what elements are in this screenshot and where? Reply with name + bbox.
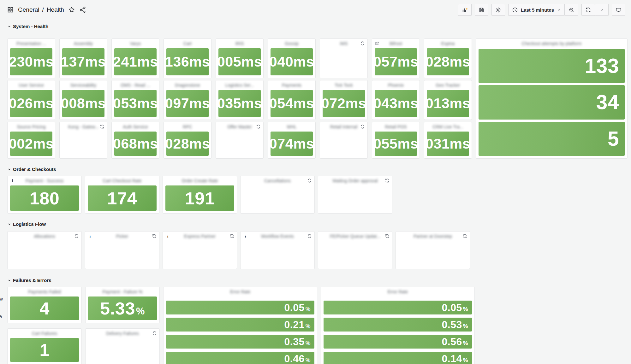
- stat-value-box: 4: [10, 296, 79, 320]
- refresh-dashboard-button[interactable]: [581, 4, 595, 16]
- panel-title[interactable]: Bifrost: [390, 41, 402, 46]
- panel-title[interactable]: Order Create Rate: [182, 178, 218, 183]
- panel-title[interactable]: FE/Picker Queue Updat...: [330, 234, 380, 239]
- panel-header: Offer Master: [216, 122, 263, 132]
- panel-title[interactable]: Logistics Ser...: [225, 83, 254, 88]
- panel-header: Presentation ...: [8, 39, 55, 48]
- panel-title[interactable]: Espina: [441, 41, 455, 46]
- panel-geo-tracker: Geo Tracker013ms: [424, 80, 472, 120]
- panel-title[interactable]: IRIS: [235, 41, 244, 46]
- panel-title[interactable]: OMS - Read ...: [121, 83, 150, 88]
- star-icon[interactable]: [68, 6, 75, 13]
- panel-title[interactable]: Partner at Doorstep: [414, 234, 452, 239]
- zoom-out-time-button[interactable]: [565, 4, 578, 16]
- panel-title[interactable]: Workflow Events: [261, 234, 294, 239]
- add-panel-button[interactable]: [458, 4, 472, 16]
- panel-oms-read: OMS - Read ...053ms: [111, 80, 159, 120]
- refresh-interval-dropdown[interactable]: [595, 4, 609, 16]
- section-toggle-logistics-flow[interactable]: Logistics Flow: [7, 220, 46, 228]
- panel-title[interactable]: Picker: [116, 234, 128, 239]
- section-toggle-failures-errors[interactable]: Failures & Errors: [7, 276, 51, 284]
- stat-value-box: 057ms: [375, 48, 417, 75]
- panel-body-empty: [163, 241, 237, 269]
- panel-title[interactable]: Kong - Gatew...: [68, 124, 99, 129]
- panel-title[interactable]: Source Pricing: [17, 124, 45, 129]
- breadcrumb-dashboard-folder[interactable]: General: [18, 6, 39, 13]
- kiosk-mode-button[interactable]: [612, 4, 625, 16]
- panel-title[interactable]: Error Rate: [230, 289, 251, 294]
- value: 031ms: [426, 136, 471, 152]
- panel-title[interactable]: Checkout attempts by platform: [522, 41, 582, 46]
- panel-title[interactable]: Cart: [183, 41, 192, 46]
- value: 0.05%: [284, 302, 311, 314]
- panel-title[interactable]: Phoenix: [388, 83, 404, 88]
- panel-delivery-failures: Delivery Failures: [85, 328, 160, 364]
- refresh-icon: [385, 234, 390, 238]
- info-icon: i: [243, 234, 248, 238]
- panel-header: User Service: [8, 80, 55, 90]
- refresh-icon: [152, 331, 157, 336]
- panel-varys: Varys241ms: [111, 38, 159, 78]
- panel-title[interactable]: CRM Live Tra...: [432, 124, 463, 129]
- panel-title[interactable]: Serviceability: [70, 83, 96, 88]
- panel-title[interactable]: Error Rate: [388, 289, 408, 294]
- panel-picker: iPicker: [85, 231, 159, 269]
- panel-header: Cart: [164, 39, 211, 48]
- panel-title[interactable]: Geo Tracker: [436, 83, 460, 88]
- chevron-down-icon: [600, 8, 604, 12]
- panel-title[interactable]: Gossip: [285, 41, 299, 46]
- panel-title[interactable]: Assembly: [74, 41, 93, 46]
- save-icon: [479, 7, 485, 13]
- value: 028ms: [426, 54, 471, 70]
- panel-title[interactable]: Retail POS: [385, 124, 407, 129]
- panel-header: Dragonstone: [164, 80, 211, 90]
- apps-grid-icon[interactable]: [7, 6, 14, 13]
- panel-title[interactable]: User Service: [19, 83, 44, 88]
- save-dashboard-button[interactable]: [475, 4, 488, 16]
- panel-header: Waiting Order approval: [318, 176, 392, 185]
- panel-cart: Cart136ms: [164, 38, 211, 78]
- value: 005ms: [217, 54, 262, 70]
- panel-title[interactable]: WHL: [287, 124, 296, 129]
- value: 0.56%: [442, 336, 468, 348]
- panel-title[interactable]: Cart Failures: [32, 331, 57, 336]
- value: 055ms: [373, 136, 419, 152]
- stat-value-box: 180: [10, 185, 79, 211]
- breadcrumb-page[interactable]: Health: [47, 6, 64, 13]
- panel-title[interactable]: Auth Service: [123, 124, 148, 129]
- time-range-picker[interactable]: Last 5 minutes: [508, 4, 565, 16]
- panel-title[interactable]: Delivery Failures: [106, 331, 139, 336]
- stat-value-box: 043ms: [375, 90, 417, 117]
- share-icon[interactable]: [79, 6, 86, 13]
- panel-title[interactable]: Cart Checkout Rate: [103, 178, 142, 183]
- panel-title[interactable]: Payments: [282, 83, 301, 88]
- panel-title[interactable]: Offer Master: [227, 124, 252, 129]
- panel-title[interactable]: Tick Tock: [335, 83, 353, 88]
- panel-title[interactable]: Express Partner: [184, 234, 216, 239]
- panel-title[interactable]: Allocations: [34, 234, 55, 239]
- panel-title[interactable]: Varys: [130, 41, 141, 46]
- value: 028ms: [165, 136, 210, 152]
- panel-title[interactable]: Cancellations: [264, 178, 291, 183]
- stat-value-box: 028ms: [166, 132, 209, 156]
- panel-auth-service: Auth Service068ms: [111, 122, 159, 159]
- header-left: General / Health: [7, 6, 86, 13]
- panel-title[interactable]: Payment - Success: [26, 178, 64, 183]
- section-toggle-order-checkouts[interactable]: Order & Checkouts: [7, 165, 56, 173]
- panel-header: WHL: [268, 122, 315, 132]
- panel-title[interactable]: Waiting Order approval: [332, 178, 378, 183]
- panel-title[interactable]: Retail Internal: [330, 124, 357, 129]
- value: 174: [107, 188, 137, 208]
- panel-title[interactable]: Payments Failed: [28, 289, 61, 294]
- panel-title[interactable]: RPC: [183, 124, 192, 129]
- panel-title[interactable]: Dragonstone: [175, 83, 200, 88]
- panel-phoenix: Phoenix043ms: [372, 80, 420, 120]
- panel-title[interactable]: Presentation ...: [16, 41, 46, 46]
- section-toggle-system-health[interactable]: System - Health: [7, 22, 49, 30]
- panel-header: IRIS: [216, 39, 263, 48]
- panel-title[interactable]: IMS: [340, 41, 348, 46]
- dashboard-settings-button[interactable]: [491, 4, 505, 16]
- external-link-icon[interactable]: [375, 41, 379, 46]
- stat-value-box: 040ms: [271, 48, 313, 75]
- panel-title[interactable]: Payment - Failure %: [103, 289, 143, 294]
